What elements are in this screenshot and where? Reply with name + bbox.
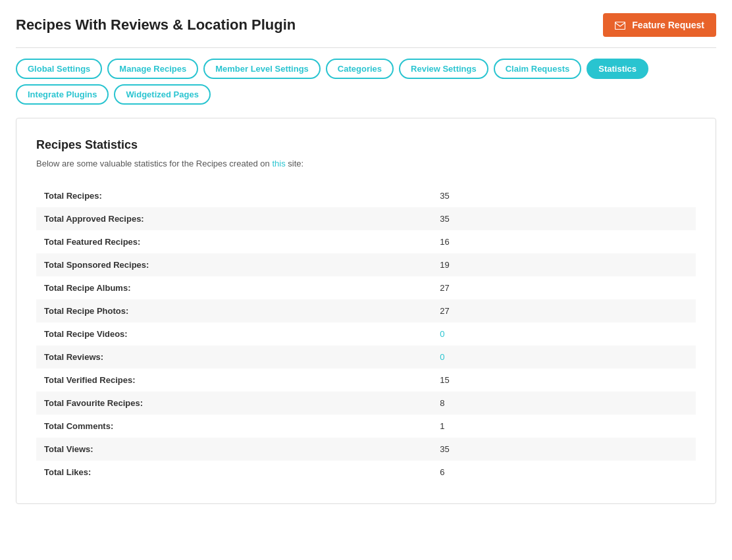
tab-global-settings[interactable]: Global Settings <box>16 59 102 79</box>
stat-label: Total Featured Recipes: <box>36 230 432 253</box>
tab-statistics[interactable]: Statistics <box>587 59 648 79</box>
table-row: Total Verified Recipes:15 <box>36 369 696 392</box>
stat-value: 19 <box>432 253 696 276</box>
table-row: Total Sponsored Recipes:19 <box>36 253 696 276</box>
tab-categories[interactable]: Categories <box>326 59 394 79</box>
stat-label: Total Verified Recipes: <box>36 369 432 392</box>
desc-after: site: <box>286 159 303 168</box>
stat-value: 35 <box>432 207 696 230</box>
stat-label: Total Recipe Photos: <box>36 299 432 322</box>
stat-label: Total Sponsored Recipes: <box>36 253 432 276</box>
stat-label: Total Recipes: <box>36 184 432 207</box>
content-panel: Recipes Statistics Below are some valuab… <box>16 118 716 504</box>
stat-value[interactable]: 0 <box>432 322 696 345</box>
stat-value: 15 <box>432 369 696 392</box>
table-row: Total Likes:6 <box>36 461 696 484</box>
tab-claim-requests[interactable]: Claim Requests <box>494 59 582 79</box>
table-row: Total Recipe Photos:27 <box>36 299 696 322</box>
stat-label: Total Approved Recipes: <box>36 207 432 230</box>
tab-member-level-settings[interactable]: Member Level Settings <box>203 59 321 79</box>
table-row: Total Featured Recipes:16 <box>36 230 696 253</box>
envelope-icon <box>615 21 625 29</box>
panel-description: Below are some valuable statistics for t… <box>36 159 696 168</box>
tab-integrate-plugins[interactable]: Integrate Plugins <box>16 84 109 105</box>
page-wrapper: Recipes With Reviews & Location Plugin F… <box>0 0 732 560</box>
table-row: Total Approved Recipes:35 <box>36 207 696 230</box>
table-row: Total Reviews:0 <box>36 345 696 369</box>
table-row: Total Recipe Videos:0 <box>36 322 696 345</box>
stat-label: Total Reviews: <box>36 345 432 369</box>
stat-value: 8 <box>432 392 696 415</box>
page-title: Recipes With Reviews & Location Plugin <box>16 16 296 34</box>
stat-value: 35 <box>432 438 696 461</box>
stats-table: Total Recipes:35Total Approved Recipes:3… <box>36 184 696 484</box>
stat-label: Total Comments: <box>36 415 432 438</box>
desc-link[interactable]: this <box>272 159 285 168</box>
table-row: Total Views:35 <box>36 438 696 461</box>
stat-label: Total Likes: <box>36 461 432 484</box>
tab-review-settings[interactable]: Review Settings <box>399 59 488 79</box>
table-row: Total Favourite Recipes:8 <box>36 392 696 415</box>
feature-request-button[interactable]: Feature Request <box>603 13 716 37</box>
svg-rect-0 <box>615 22 625 30</box>
stat-label: Total Views: <box>36 438 432 461</box>
stat-value: 35 <box>432 184 696 207</box>
tab-widgetized-pages[interactable]: Widgetized Pages <box>114 84 210 105</box>
desc-before: Below are some valuable statistics for t… <box>36 159 272 168</box>
stat-label: Total Recipe Albums: <box>36 276 432 299</box>
stat-value: 6 <box>432 461 696 484</box>
nav-tabs: Global SettingsManage RecipesMember Leve… <box>16 59 716 105</box>
tab-manage-recipes[interactable]: Manage Recipes <box>107 59 198 79</box>
stat-value: 1 <box>432 415 696 438</box>
panel-title: Recipes Statistics <box>36 138 696 152</box>
table-row: Total Recipe Albums:27 <box>36 276 696 299</box>
table-row: Total Recipes:35 <box>36 184 696 207</box>
feature-request-label: Feature Request <box>632 20 704 30</box>
stat-label: Total Recipe Videos: <box>36 322 432 345</box>
table-row: Total Comments:1 <box>36 415 696 438</box>
stat-value: 27 <box>432 299 696 322</box>
page-header: Recipes With Reviews & Location Plugin F… <box>16 13 716 48</box>
stat-label: Total Favourite Recipes: <box>36 392 432 415</box>
stat-value: 16 <box>432 230 696 253</box>
stat-value[interactable]: 0 <box>432 345 696 369</box>
stat-value: 27 <box>432 276 696 299</box>
